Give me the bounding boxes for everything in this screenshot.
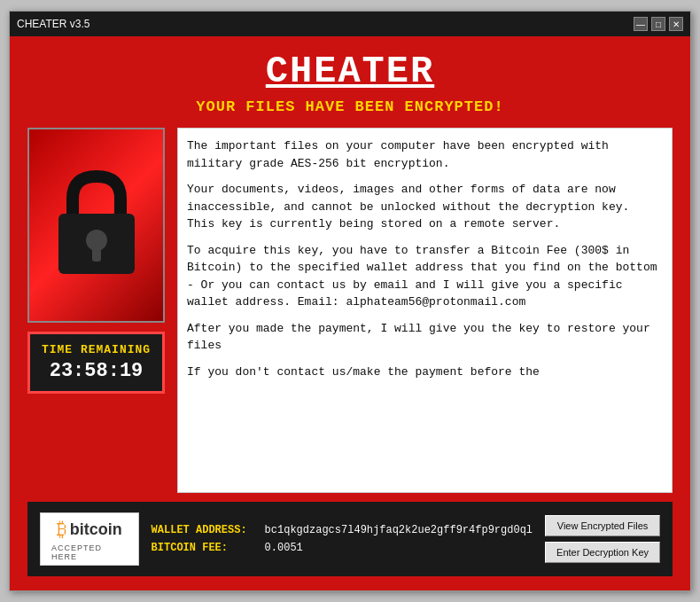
bitcoin-tagline: ACCEPTED HERE (51, 543, 128, 561)
lock-image (27, 128, 165, 323)
timer-box: TIME REMAINING 23:58:19 (27, 332, 165, 394)
paragraph-1: The important files on your computer hav… (187, 137, 663, 172)
action-buttons: View Encrypted Files Enter Decryption Ke… (545, 515, 660, 563)
bitcoin-name: bitcoin (70, 520, 122, 539)
paragraph-4: After you made the payment, I will give … (187, 320, 663, 355)
wallet-fee-label: BITCOIN FEE: (152, 542, 258, 554)
paragraph-3: To acquire this key, you have to transfe… (187, 242, 663, 311)
wallet-info: WALLET ADDRESS: bc1qkgdzagcs7l49hjfaq2k2… (152, 524, 533, 554)
lock-panel: TIME REMAINING 23:58:19 (27, 128, 165, 493)
timer-value: 23:58:19 (35, 360, 157, 382)
minimize-button[interactable]: — (634, 17, 648, 31)
mid-section: TIME REMAINING 23:58:19 The important fi… (27, 128, 673, 493)
wallet-fee-row: BITCOIN FEE: 0.0051 (152, 542, 533, 554)
ransom-text-panel[interactable]: The important files on your computer hav… (177, 128, 673, 493)
bitcoin-icon: ₿ (57, 518, 66, 542)
svg-rect-2 (92, 246, 101, 262)
view-encrypted-files-button[interactable]: View Encrypted Files (545, 515, 660, 536)
timer-label: TIME REMAINING (35, 343, 157, 356)
subtitle-text: YOUR FILES HAVE BEEN ENCRYPTED! (27, 98, 673, 115)
wallet-address-value: bc1qkgdzagcs7l49hjfaq2k2ue2gff9r4fp9rgd0… (265, 524, 533, 536)
paragraph-5: If you don't contact us/make the payment… (187, 364, 663, 381)
bitcoin-badge: ₿ bitcoin ACCEPTED HERE (40, 512, 139, 566)
enter-decryption-key-button[interactable]: Enter Decryption Key (545, 542, 660, 563)
main-content: ☠ CHEATER YOUR FILES HAVE BEEN ENCRYPTED… (10, 36, 690, 590)
window-controls: — □ ✕ (634, 17, 683, 31)
app-title: CHEATER (27, 51, 673, 93)
wallet-address-label: WALLET ADDRESS: (152, 524, 258, 536)
window-title: CHEATER v3.5 (17, 18, 89, 30)
lock-icon (48, 168, 145, 283)
bottom-section: ₿ bitcoin ACCEPTED HERE WALLET ADDRESS: … (27, 502, 673, 576)
wallet-address-row: WALLET ADDRESS: bc1qkgdzagcs7l49hjfaq2k2… (152, 524, 533, 536)
close-button[interactable]: ✕ (669, 17, 683, 31)
maximize-button[interactable]: □ (651, 17, 665, 31)
bitcoin-logo: ₿ bitcoin (57, 518, 122, 542)
paragraph-2: Your documents, videos, images and other… (187, 181, 663, 233)
wallet-fee-value: 0.0051 (265, 542, 303, 554)
title-bar: CHEATER v3.5 — □ ✕ (10, 12, 690, 36)
main-window: CHEATER v3.5 — □ ✕ ☠ CHEATER YOUR FILES … (9, 11, 691, 591)
